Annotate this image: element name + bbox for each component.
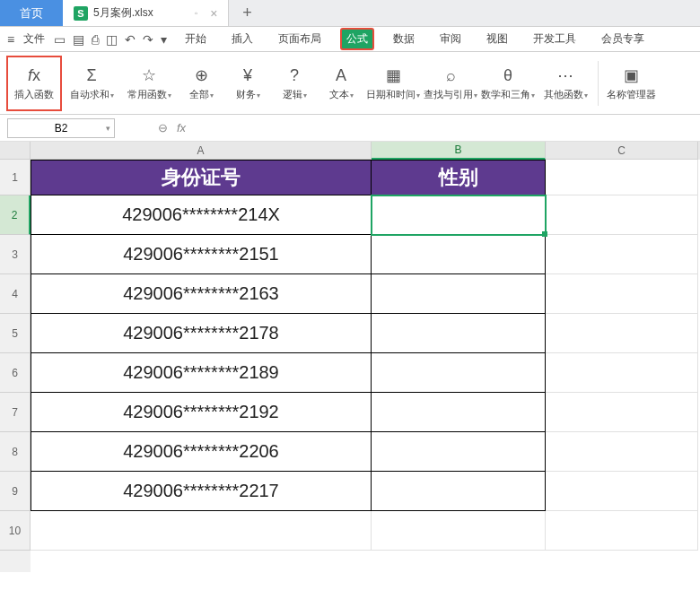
question-icon: ? <box>284 65 305 86</box>
fx-icon-small[interactable]: fx <box>177 121 186 135</box>
save-as-icon[interactable]: ▤ <box>71 32 86 47</box>
cell-c5[interactable] <box>546 314 698 353</box>
col-header-a[interactable]: A <box>31 142 372 160</box>
cell-b3[interactable] <box>372 235 546 274</box>
cell-b7[interactable] <box>372 393 546 432</box>
row-header-4[interactable]: 4 <box>0 274 31 314</box>
redo-icon[interactable]: ↷ <box>141 32 155 47</box>
cell-a3[interactable]: 429006********2151 <box>31 235 372 274</box>
tab-view[interactable]: 视图 <box>481 29 513 49</box>
window-tabbar: 首页 S 5月案例.xlsx ◦ × + <box>0 0 700 27</box>
cell-c1[interactable] <box>546 160 698 195</box>
cell-c10[interactable] <box>546 511 698 551</box>
text-label: 文本 <box>329 88 354 101</box>
row-header-10[interactable]: 10 <box>0 511 31 551</box>
all-fn-button[interactable]: ⊕ 全部 <box>179 56 223 110</box>
hamburger-icon[interactable]: ≡ <box>7 32 14 47</box>
cell-a5[interactable]: 429006********2178 <box>31 314 372 353</box>
formula-input[interactable] <box>193 118 693 138</box>
table-row: 429006********2151 <box>31 235 700 274</box>
folder-icon: ▣ <box>620 65 642 86</box>
lookup-button[interactable]: ⌕ 查找与引用 <box>424 56 477 110</box>
lookup-label: 查找与引用 <box>424 88 477 101</box>
row-header-1[interactable]: 1 <box>0 160 31 195</box>
row-header-7[interactable]: 7 <box>0 393 31 432</box>
cell-b1[interactable]: 性别 <box>372 160 546 195</box>
file-menu[interactable]: 文件 <box>20 31 48 47</box>
tab-document[interactable]: S 5月案例.xlsx ◦ × <box>63 0 229 26</box>
cell-a8[interactable]: 429006********2206 <box>31 432 372 472</box>
row-header-2[interactable]: 2 <box>0 195 31 235</box>
table-row: 429006********2163 <box>31 274 700 314</box>
star-icon: ☆ <box>138 65 160 86</box>
cell-c4[interactable] <box>546 274 698 314</box>
cell-c2[interactable] <box>546 195 698 235</box>
row-header-8[interactable]: 8 <box>0 432 31 472</box>
cell-b8[interactable] <box>372 432 546 472</box>
common-fn-label: 常用函数 <box>127 88 171 101</box>
col-headers: A B C <box>31 142 700 160</box>
finance-button[interactable]: ¥ 财务 <box>226 56 269 110</box>
grid-body: A B C 身份证号 性别 429006********214X 429006*… <box>31 142 700 572</box>
select-all-corner[interactable] <box>0 142 31 160</box>
tab-start[interactable]: 开始 <box>179 29 212 49</box>
new-tab-button[interactable]: + <box>229 0 265 26</box>
close-icon[interactable]: × <box>210 6 217 21</box>
chevron-down-icon[interactable]: ▾ <box>159 32 169 47</box>
name-manager-label: 名称管理器 <box>607 88 656 101</box>
datetime-button[interactable]: ▦ 日期和时间 <box>366 56 420 110</box>
cell-a1[interactable]: 身份证号 <box>31 160 372 195</box>
tab-formula[interactable]: 公式 <box>341 29 373 49</box>
cell-b5[interactable] <box>372 314 546 353</box>
cell-c7[interactable] <box>546 393 698 432</box>
cell-a7[interactable]: 429006********2192 <box>31 393 372 432</box>
cell-c3[interactable] <box>546 235 698 274</box>
cell-c6[interactable] <box>546 353 698 393</box>
other-fn-button[interactable]: ⋯ 其他函数 <box>538 56 592 110</box>
name-box[interactable]: B2 <box>7 118 115 138</box>
row-header-6[interactable]: 6 <box>0 353 31 393</box>
print-icon[interactable]: ⎙ <box>90 32 101 47</box>
cell-c8[interactable] <box>546 432 698 472</box>
row-header-5[interactable]: 5 <box>0 314 31 353</box>
text-button[interactable]: A 文本 <box>319 56 363 110</box>
insert-function-button[interactable]: fx 插入函数 <box>7 56 61 110</box>
undo-icon[interactable]: ↶ <box>123 32 137 47</box>
cell-c9[interactable] <box>546 472 698 511</box>
datetime-label: 日期和时间 <box>366 88 420 101</box>
save-icon[interactable]: ▭ <box>52 32 67 47</box>
preview-icon[interactable]: ◫ <box>104 32 119 47</box>
tab-home[interactable]: 首页 <box>0 0 63 26</box>
tab-dev[interactable]: 开发工具 <box>528 29 582 49</box>
tab-vip[interactable]: 会员专享 <box>596 29 650 49</box>
cell-b4[interactable] <box>372 274 546 314</box>
cell-b2[interactable] <box>372 195 546 235</box>
row-header-3[interactable]: 3 <box>0 235 31 274</box>
logic-button[interactable]: ? 逻辑 <box>273 56 316 110</box>
cancel-icon[interactable]: ⊖ <box>158 121 168 135</box>
tab-data[interactable]: 数据 <box>388 29 420 49</box>
other-fn-label: 其他函数 <box>544 88 588 101</box>
globe-icon: ⊕ <box>190 65 212 86</box>
cell-a2[interactable]: 429006********214X <box>31 195 372 235</box>
autosum-button[interactable]: Σ 自动求和 <box>65 56 118 110</box>
cell-a4[interactable]: 429006********2163 <box>31 274 372 314</box>
col-header-c[interactable]: C <box>546 142 698 160</box>
logic-label: 逻辑 <box>283 88 307 101</box>
cell-b10[interactable] <box>372 511 546 551</box>
tab-insert[interactable]: 插入 <box>226 29 258 49</box>
row-header-9[interactable]: 9 <box>0 472 31 511</box>
cell-a6[interactable]: 429006********2189 <box>31 353 372 393</box>
tab-review[interactable]: 审阅 <box>434 29 467 49</box>
cell-a9[interactable]: 429006********2217 <box>31 472 372 511</box>
row-headers: 1 2 3 4 5 6 7 8 9 10 <box>0 142 31 572</box>
name-manager-button[interactable]: ▣ 名称管理器 <box>604 56 658 110</box>
table-row <box>31 511 700 551</box>
cell-b9[interactable] <box>372 472 546 511</box>
tab-layout[interactable]: 页面布局 <box>273 29 327 49</box>
math-button[interactable]: θ 数学和三角 <box>481 56 535 110</box>
col-header-b[interactable]: B <box>372 142 546 160</box>
cell-b6[interactable] <box>372 353 546 393</box>
cell-a10[interactable] <box>31 511 372 551</box>
common-fn-button[interactable]: ☆ 常用函数 <box>122 56 176 110</box>
